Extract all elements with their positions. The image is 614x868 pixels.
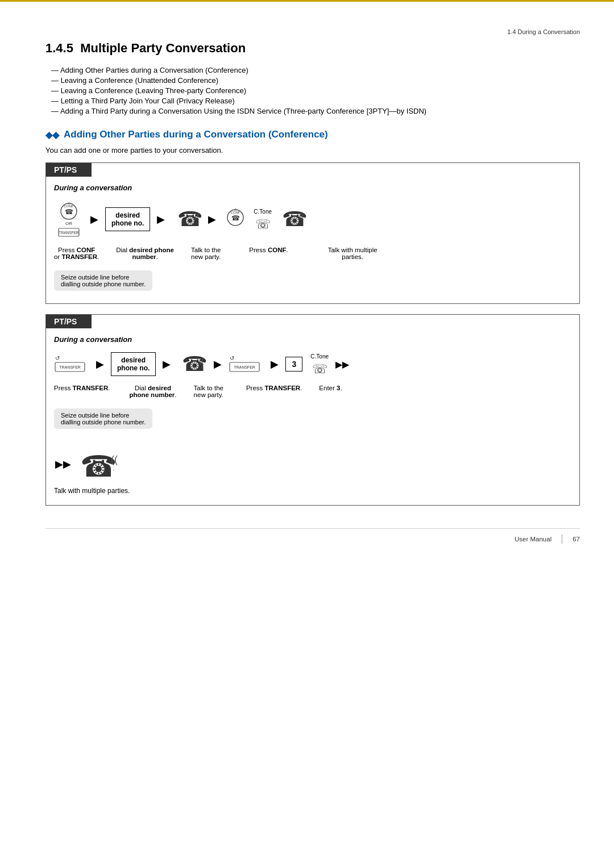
num3-box: 3: [285, 357, 302, 372]
toc-item: Leaving a Conference (Leaving Three-part…: [51, 86, 580, 95]
toc-list: Adding Other Parties during a Conversati…: [45, 66, 580, 115]
ctone-label-2: C.Tone: [310, 353, 329, 360]
note-bubble-1: Seize outside line beforedialling outsid…: [54, 270, 152, 291]
toc-item: Adding a Third Party during a Conversati…: [51, 107, 580, 115]
svg-text:☏: ☏: [312, 362, 328, 375]
arrow-4: ▶: [96, 358, 104, 370]
handset-icon-large: ☎ (( ·: [78, 447, 119, 481]
note-bubble-2: Seize outside line beforedialling outsid…: [54, 408, 152, 429]
svg-text:·: ·: [113, 465, 115, 474]
svg-text:☎: ☎: [231, 214, 240, 222]
desired-phone-box-2: desired phone no.: [111, 352, 156, 376]
ptps-box-2: PT/PS During a conversation ↺ TRANSFER ▶…: [45, 314, 580, 506]
ctone-section-1: C.Tone ☏: [254, 208, 272, 231]
svg-text:△: △: [68, 201, 70, 205]
svg-text:↺: ↺: [55, 355, 60, 361]
during-conv-1: During a conversation: [54, 183, 579, 192]
toc-item: Letting a Third Party Join Your Call (Pr…: [51, 97, 580, 105]
label-dial-desired: Dial desired phonenumber.: [116, 247, 174, 260]
ctone-section-2: C.Tone ☏: [310, 353, 329, 375]
bottom-row-2: ▶▶ ☎ (( ·: [54, 447, 571, 481]
svg-text:↺: ↺: [230, 355, 234, 361]
handset-icon-1: ☎ (( ·: [172, 207, 201, 232]
page: 1.4 During a Conversation 1.4.5 Multiple…: [0, 0, 614, 868]
conf-transfer-icon: CONF ☎ OR TRANSFER △: [54, 200, 84, 239]
during-conv-2: During a conversation: [54, 335, 579, 344]
toc-item: Adding Other Parties during a Conversati…: [51, 66, 580, 74]
ctone-label-1: C.Tone: [254, 208, 272, 215]
ptps-label-2: PT/PS: [46, 315, 92, 328]
subsection-label: Adding Other Parties during a Conversati…: [64, 129, 328, 140]
top-rule: [0, 0, 614, 2]
arrow-6: ▶: [214, 358, 222, 370]
arrow-5: ▶: [163, 358, 171, 370]
svg-text:TRANSFER: TRANSFER: [59, 231, 78, 235]
svg-text:TRANSFER: TRANSFER: [59, 365, 81, 369]
conf-icon-2: CONF ☎ △: [223, 205, 248, 233]
arrow-3: ▶: [208, 213, 216, 226]
label-row-1: Press CONFor TRANSFER. Dial desired phon…: [54, 247, 571, 260]
label-row-2: Press TRANSFER. Dial desiredphone number…: [54, 385, 571, 398]
svg-text:△: △: [234, 207, 237, 211]
svg-text:((: ((: [199, 356, 204, 365]
ptps-label-1: PT/PS: [46, 163, 92, 177]
intro-text: You can add one or more parties to your …: [45, 146, 580, 155]
handset-icon-2: ☎ (( ·: [177, 352, 207, 377]
label-enter-3: Enter 3.: [319, 385, 342, 391]
arrow-7: ▶: [271, 358, 279, 370]
svg-text:TRANSFER: TRANSFER: [234, 365, 255, 369]
label-talk-new-1: Talk to thenew party.: [191, 247, 221, 260]
diagram-row-2: ↺ TRANSFER ▶ desired phone no. ▶ ☎ (( ·: [54, 352, 571, 377]
toc-item: Leaving a Conference (Unattended Confere…: [51, 76, 580, 85]
transfer-icon-2: ↺ TRANSFER: [229, 353, 264, 375]
label-press-transfer-1: Press TRANSFER.: [54, 385, 110, 391]
svg-text:·: ·: [300, 220, 302, 226]
label-press-transfer-2: Press TRANSFER.: [246, 385, 302, 391]
transfer-icon-1: ↺ TRANSFER: [54, 353, 89, 375]
label-press-conf: Press CONFor TRANSFER.: [54, 247, 99, 260]
footer-page: 67: [572, 536, 580, 542]
talk-multiple-label: Talk with multiple parties.: [54, 487, 571, 495]
page-title: 1.4.5 Multiple Party Conversation: [45, 41, 580, 56]
label-talk-multiple-1: Talk with multipleparties.: [328, 247, 377, 260]
svg-text:((: ((: [299, 211, 304, 220]
label-talk-new-2: Talk to thenew party.: [194, 385, 223, 398]
svg-text:·: ·: [200, 365, 202, 371]
section-ref: 1.4 During a Conversation: [45, 23, 580, 35]
ptps-box-1: PT/PS During a conversation CONF ☎ OR TR…: [45, 162, 580, 304]
footer: User Manual 67: [45, 528, 580, 544]
label-dial-desired-2: Dial desiredphone number.: [129, 385, 176, 398]
handset-icon-final-1: ☎ (( ·: [277, 207, 307, 232]
svg-text:((: ((: [194, 211, 200, 220]
svg-text:OR: OR: [65, 221, 72, 226]
svg-text:·: ·: [196, 220, 197, 226]
footer-label: User Manual: [515, 536, 551, 542]
diagram-row-1: CONF ☎ OR TRANSFER △ ▶ desired phone no.: [54, 200, 571, 239]
label-press-conf2: Press CONF.: [249, 247, 288, 253]
footer-divider: [562, 535, 562, 544]
arrow-1: ▶: [90, 213, 98, 226]
diamonds-icon: ◆◆: [45, 130, 59, 140]
arrow-2: ▶: [157, 213, 165, 226]
double-arrow-right: ▶▶: [335, 359, 349, 370]
desired-phone-box-1: desired phone no.: [105, 207, 150, 231]
svg-text:☎: ☎: [65, 208, 73, 216]
subsection-title: ◆◆ Adding Other Parties during a Convers…: [45, 129, 580, 140]
svg-text:((: ((: [111, 454, 118, 465]
svg-text:☏: ☏: [255, 217, 271, 231]
double-arrow-left-2: ▶▶: [55, 458, 71, 470]
